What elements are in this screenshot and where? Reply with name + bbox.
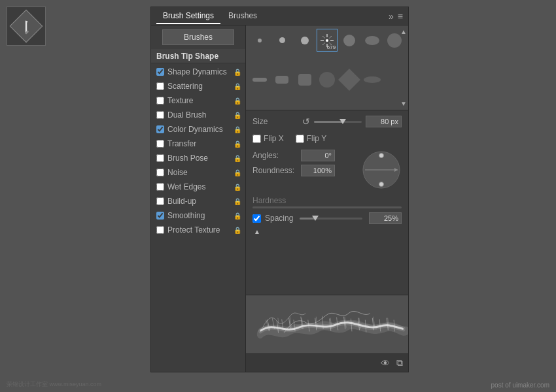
sidebar-item-color-dynamics[interactable]: Color Dynamics 🔒 bbox=[151, 122, 245, 137]
roundness-label: Roundness: bbox=[252, 166, 297, 175]
sidebar-item-dual-brush[interactable]: Dual Brush 🔒 bbox=[151, 108, 245, 122]
tool-toolbar bbox=[7, 7, 46, 46]
spacing-checkbox[interactable] bbox=[252, 214, 261, 223]
angle-roundness-section: Angles: Roundness: bbox=[252, 150, 402, 192]
brush-preview-grid: 679 bbox=[246, 25, 408, 110]
smoothing-checkbox[interactable] bbox=[156, 212, 164, 220]
menu-icon[interactable]: ≡ bbox=[398, 11, 403, 22]
sidebar-item-buildup[interactable]: Build-up 🔒 bbox=[151, 194, 245, 208]
angle-circle-svg[interactable] bbox=[361, 150, 402, 190]
lock-icon-6: 🔒 bbox=[234, 155, 241, 162]
sidebar-item-shape-dynamics[interactable]: Shape Dynamics 🔒 bbox=[151, 65, 245, 79]
hardness-label: Hardness bbox=[252, 196, 402, 205]
flip-x-checkbox[interactable] bbox=[252, 135, 261, 143]
spacing-arrow: ▲ bbox=[254, 228, 402, 235]
protect-texture-checkbox[interactable] bbox=[156, 226, 164, 234]
lock-icon-1: 🔒 bbox=[234, 83, 241, 90]
texture-checkbox[interactable] bbox=[156, 97, 164, 105]
transfer-checkbox[interactable] bbox=[156, 140, 164, 148]
brush-cell[interactable] bbox=[271, 69, 292, 91]
tab-brush-settings[interactable]: Brush Settings bbox=[156, 8, 220, 24]
scroll-down-btn[interactable]: ▼ bbox=[400, 100, 407, 107]
bottom-bar: 👁 ⧉ bbox=[246, 353, 408, 372]
angle-roundness-fields: Angles: Roundness: bbox=[252, 150, 356, 180]
tab-brushes[interactable]: Brushes bbox=[222, 8, 264, 24]
sidebar-item-smoothing[interactable]: Smoothing 🔒 bbox=[151, 208, 245, 223]
post-label: post of uimaker.com bbox=[491, 382, 549, 389]
lock-icon-11: 🔒 bbox=[234, 227, 241, 234]
sidebar-item-scattering[interactable]: Scattering 🔒 bbox=[151, 79, 245, 93]
brush-cell-label: 679 bbox=[327, 44, 336, 50]
color-dynamics-checkbox[interactable] bbox=[156, 125, 164, 133]
brush-cell[interactable] bbox=[294, 29, 315, 52]
brush-tool-icon[interactable] bbox=[10, 10, 43, 43]
size-label: Size bbox=[252, 117, 298, 126]
panel-sidebar: Brushes Brush Tip Shape Shape Dynamics 🔒… bbox=[151, 25, 246, 372]
shape-dynamics-checkbox[interactable] bbox=[156, 68, 164, 76]
brush-cell[interactable] bbox=[339, 69, 360, 91]
buildup-checkbox[interactable] bbox=[156, 197, 164, 205]
scattering-checkbox[interactable] bbox=[156, 82, 164, 90]
eye-icon[interactable]: 👁 bbox=[381, 358, 390, 368]
hardness-row: Hardness bbox=[252, 196, 402, 208]
sidebar-item-wet-edges[interactable]: Wet Edges 🔒 bbox=[151, 180, 245, 194]
panel-tab-bar: Brush Settings Brushes » ≡ bbox=[151, 7, 408, 25]
roundness-row: Roundness: bbox=[252, 165, 356, 176]
brush-tip-shape-header[interactable]: Brush Tip Shape bbox=[151, 49, 245, 63]
brushes-button[interactable]: Brushes bbox=[162, 29, 234, 45]
brush-cell[interactable] bbox=[317, 69, 338, 91]
controls-area: Size ↺ bbox=[246, 110, 408, 291]
svg-point-3 bbox=[326, 39, 328, 42]
lock-icon-10: 🔒 bbox=[234, 212, 241, 220]
brush-cell[interactable] bbox=[249, 29, 270, 52]
svg-line-8 bbox=[322, 36, 325, 39]
copy-icon[interactable]: ⧉ bbox=[396, 357, 403, 368]
spacing-row: Spacing bbox=[252, 212, 402, 224]
spacing-label: Spacing bbox=[265, 214, 293, 223]
sidebar-item-noise[interactable]: Noise 🔒 bbox=[151, 165, 245, 180]
brush-cell[interactable] bbox=[339, 29, 360, 52]
svg-point-15 bbox=[379, 154, 384, 158]
lock-icon-0: 🔒 bbox=[234, 69, 241, 76]
stroke-preview bbox=[246, 295, 408, 353]
sidebar-item-brush-pose[interactable]: Brush Pose 🔒 bbox=[151, 151, 245, 165]
brush-cell[interactable] bbox=[361, 29, 382, 52]
flip-y-label[interactable]: Flip Y bbox=[296, 134, 326, 143]
watermark: 荣锦设计工作室 www.miseyuan.com bbox=[7, 380, 101, 389]
angle-label: Angles: bbox=[252, 151, 297, 160]
svg-line-9 bbox=[329, 36, 332, 39]
sidebar-item-transfer[interactable]: Transfer 🔒 bbox=[151, 137, 245, 151]
svg-point-16 bbox=[379, 182, 384, 187]
brush-pose-checkbox[interactable] bbox=[156, 154, 164, 162]
wet-edges-checkbox[interactable] bbox=[156, 183, 164, 191]
svg-line-10 bbox=[322, 42, 325, 45]
reset-size-btn[interactable]: ↺ bbox=[302, 116, 310, 127]
roundness-input[interactable] bbox=[301, 165, 335, 176]
noise-checkbox[interactable] bbox=[156, 169, 164, 176]
sidebar-item-protect-texture[interactable]: Protect Texture 🔒 bbox=[151, 223, 245, 237]
svg-marker-1 bbox=[24, 20, 28, 24]
scroll-up-btn[interactable]: ▲ bbox=[400, 28, 407, 35]
size-input[interactable] bbox=[366, 116, 402, 127]
brush-cell[interactable] bbox=[294, 69, 315, 91]
brush-settings-panel: Brush Settings Brushes » ≡ Brushes Brush… bbox=[150, 7, 409, 372]
brush-cell[interactable] bbox=[249, 69, 270, 91]
brush-cell[interactable] bbox=[271, 29, 292, 52]
angle-input[interactable] bbox=[301, 150, 335, 161]
angle-row: Angles: bbox=[252, 150, 356, 161]
stroke-svg bbox=[246, 295, 408, 353]
angle-circle-container bbox=[361, 150, 402, 192]
panel-content: 679 bbox=[246, 25, 408, 372]
expand-icon[interactable]: » bbox=[389, 11, 394, 22]
flip-x-label[interactable]: Flip X bbox=[252, 134, 284, 143]
lock-icon-3: 🔒 bbox=[234, 112, 241, 119]
brush-cell[interactable] bbox=[361, 69, 382, 91]
sidebar-item-texture[interactable]: Texture 🔒 bbox=[151, 93, 245, 108]
size-row: Size ↺ bbox=[252, 116, 402, 127]
spacing-input[interactable] bbox=[369, 212, 402, 224]
dual-brush-checkbox[interactable] bbox=[156, 111, 164, 119]
flip-y-checkbox[interactable] bbox=[296, 135, 304, 143]
lock-icon-7: 🔒 bbox=[234, 169, 241, 176]
brush-cell-selected[interactable]: 679 bbox=[317, 29, 338, 52]
main-window: Brush Settings Brushes » ≡ Brushes Brush… bbox=[0, 0, 556, 392]
